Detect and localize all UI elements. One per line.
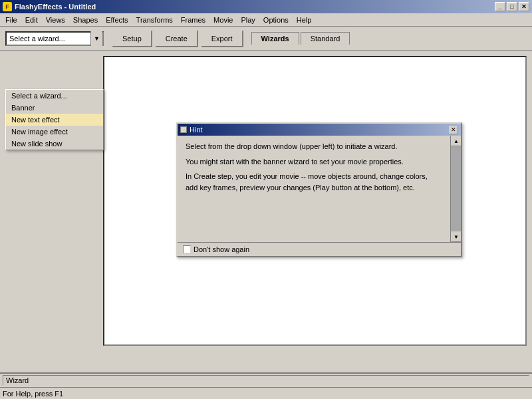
wizard-select-box[interactable]: Select a wizard... ▼ bbox=[5, 31, 104, 46]
title-buttons: _ □ ✕ bbox=[495, 2, 529, 11]
tab-standard[interactable]: Standard bbox=[301, 32, 350, 45]
hint-line-3: In Create step, you edit your movie -- m… bbox=[186, 171, 437, 193]
status-panel: Wizard bbox=[3, 375, 529, 386]
main-content: Select a wizard... Banner New text effec… bbox=[0, 51, 532, 372]
hint-scroll-up-button[interactable]: ▲ bbox=[451, 136, 462, 146]
export-button[interactable]: Export bbox=[201, 30, 243, 47]
dropdown-item-select[interactable]: Select a wizard... bbox=[6, 90, 103, 102]
menu-options[interactable]: Options bbox=[259, 15, 293, 25]
menu-transforms[interactable]: Transforms bbox=[132, 15, 177, 25]
tab-wizards[interactable]: Wizards bbox=[251, 32, 299, 45]
menu-file[interactable]: File bbox=[1, 15, 21, 25]
tabs-area: Wizards Standard bbox=[251, 32, 352, 45]
hint-close-button[interactable]: ✕ bbox=[449, 126, 458, 134]
dropdown-item-new-text[interactable]: New text effect bbox=[6, 114, 103, 126]
wizard-dropdown-arrow[interactable]: ▼ bbox=[90, 31, 102, 46]
menu-effects[interactable]: Effects bbox=[102, 15, 132, 25]
hint-line-1: Select from the drop down window (upper … bbox=[186, 141, 437, 152]
menu-shapes[interactable]: Shapes bbox=[69, 15, 102, 25]
toolbar: Select a wizard... ▼ Setup Create Export… bbox=[0, 27, 532, 51]
menu-views[interactable]: Views bbox=[42, 15, 69, 25]
hint-line-2: You might start with the banner wizard t… bbox=[186, 156, 437, 168]
hint-title-bar: □ Hint ✕ bbox=[178, 124, 461, 136]
wizard-dropdown-container: Select a wizard... ▼ bbox=[5, 31, 104, 46]
dropdown-menu: Select a wizard... Banner New text effec… bbox=[5, 89, 104, 150]
menu-bar: File Edit Views Shapes Effects Transform… bbox=[0, 13, 532, 27]
dropdown-item-new-image[interactable]: New image effect bbox=[6, 126, 103, 138]
dropdown-item-new-slide[interactable]: New slide show bbox=[6, 138, 103, 150]
status-bar: Wizard bbox=[0, 372, 532, 387]
menu-play[interactable]: Play bbox=[237, 15, 259, 25]
title-bar: F FlashyEffects - Untitled _ □ ✕ bbox=[0, 0, 532, 13]
menu-movie[interactable]: Movie bbox=[209, 15, 237, 25]
dont-show-checkbox[interactable] bbox=[183, 245, 191, 253]
hint-scroll-track bbox=[451, 146, 461, 231]
hint-title-left: □ Hint bbox=[180, 126, 203, 134]
hint-title-text: Hint bbox=[190, 126, 203, 134]
close-button[interactable]: ✕ bbox=[519, 2, 529, 11]
wizard-select-text: Select a wizard... bbox=[7, 35, 68, 43]
hint-footer: Don't show again bbox=[178, 242, 461, 256]
minimize-button[interactable]: _ bbox=[495, 2, 505, 11]
dont-show-label: Don't show again bbox=[194, 245, 249, 253]
dropdown-item-banner[interactable]: Banner bbox=[6, 102, 103, 114]
hint-body: Select from the drop down window (upper … bbox=[178, 136, 450, 242]
maximize-button[interactable]: □ bbox=[507, 2, 517, 11]
menu-frames[interactable]: Frames bbox=[177, 15, 209, 25]
hint-icon: □ bbox=[180, 126, 187, 133]
hint-content-area: Select from the drop down window (upper … bbox=[178, 136, 461, 242]
title-bar-left: F FlashyEffects - Untitled bbox=[3, 2, 96, 11]
hint-scroll-down-button[interactable]: ▼ bbox=[451, 231, 462, 242]
help-text: For Help, press F1 bbox=[3, 390, 63, 398]
create-button[interactable]: Create bbox=[155, 30, 198, 47]
app-title: FlashyEffects - Untitled bbox=[15, 3, 96, 11]
app-icon: F bbox=[3, 2, 12, 11]
status-text: Wizard bbox=[6, 376, 29, 384]
bottom-bar: For Help, press F1 bbox=[0, 387, 532, 399]
hint-dialog: □ Hint ✕ Select from the drop down windo… bbox=[176, 122, 462, 257]
setup-button[interactable]: Setup bbox=[112, 30, 152, 47]
hint-scrollbar: ▲ ▼ bbox=[450, 136, 461, 242]
menu-edit[interactable]: Edit bbox=[21, 15, 42, 25]
menu-help[interactable]: Help bbox=[293, 15, 316, 25]
